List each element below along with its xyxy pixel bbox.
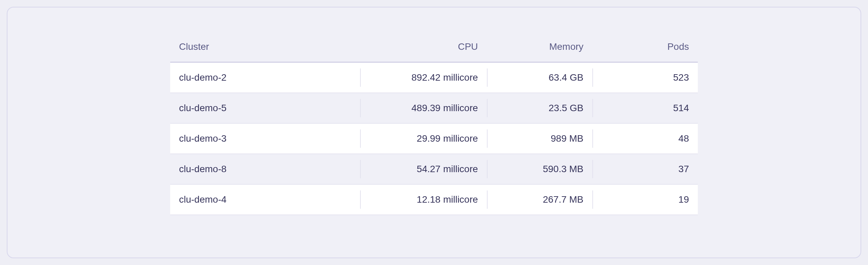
table-row[interactable]: clu-demo-5 489.39 millicore 23.5 GB 514 [170,93,698,124]
cell-pods: 523 [592,72,698,83]
cell-cluster: clu-demo-8 [170,164,360,175]
cell-pods: 19 [592,194,698,205]
column-header-memory[interactable]: Memory [487,41,592,52]
table-row[interactable]: clu-demo-4 12.18 millicore 267.7 MB 19 [170,185,698,215]
column-header-cluster[interactable]: Cluster [170,41,360,52]
cell-cpu: 54.27 millicore [360,164,487,175]
cell-cluster: clu-demo-4 [170,194,360,205]
cell-pods: 48 [592,133,698,144]
table-body: clu-demo-2 892.42 millicore 63.4 GB 523 … [170,63,698,215]
cell-memory: 267.7 MB [487,194,592,205]
cell-memory: 23.5 GB [487,103,592,114]
cell-memory: 590.3 MB [487,164,592,175]
cell-memory: 989 MB [487,133,592,144]
cell-cpu: 489.39 millicore [360,103,487,114]
cell-pods: 37 [592,164,698,175]
cell-cpu: 892.42 millicore [360,72,487,83]
cell-cpu: 29.99 millicore [360,133,487,144]
cell-cluster: clu-demo-5 [170,103,360,114]
cell-cpu: 12.18 millicore [360,194,487,205]
table-row[interactable]: clu-demo-8 54.27 millicore 590.3 MB 37 [170,154,698,185]
column-header-cpu[interactable]: CPU [360,41,487,52]
cell-cluster: clu-demo-3 [170,133,360,144]
table-row[interactable]: clu-demo-3 29.99 millicore 989 MB 48 [170,124,698,154]
cluster-table: Cluster CPU Memory Pods clu-demo-2 892.4… [170,41,698,215]
cluster-table-card: Cluster CPU Memory Pods clu-demo-2 892.4… [7,7,861,258]
cell-cluster: clu-demo-2 [170,72,360,83]
table-header-row: Cluster CPU Memory Pods [170,41,698,63]
cell-memory: 63.4 GB [487,72,592,83]
table-row[interactable]: clu-demo-2 892.42 millicore 63.4 GB 523 [170,63,698,93]
cell-pods: 514 [592,103,698,114]
column-header-pods[interactable]: Pods [592,41,698,52]
